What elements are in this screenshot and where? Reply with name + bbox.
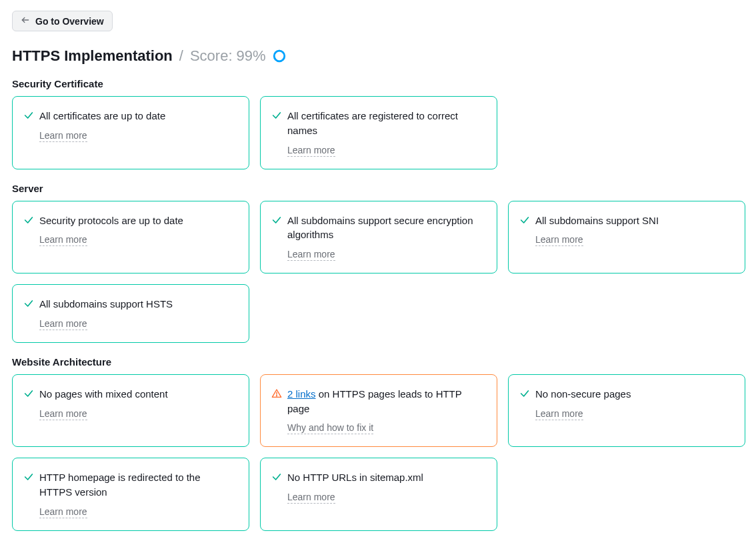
learn-more-link[interactable]: Learn more — [535, 234, 583, 246]
score-donut-icon — [273, 49, 286, 63]
card-no-mixed-content: No pages with mixed content Learn more — [12, 374, 249, 448]
card-no-http-sitemap: No HTTP URLs in sitemap.xml Learn more — [260, 458, 497, 531]
svg-point-4 — [276, 396, 277, 396]
check-icon — [23, 472, 34, 482]
website-architecture-grid: No pages with mixed content Learn more 2… — [12, 374, 744, 531]
why-how-fix-link[interactable]: Why and how to fix it — [287, 422, 373, 434]
section-title-security-certificate: Security Certificate — [12, 78, 744, 89]
card-text: No non-secure pages — [535, 387, 731, 402]
card-text: 2 links on HTTPS pages leads to HTTP pag… — [287, 387, 483, 416]
learn-more-link[interactable]: Learn more — [39, 130, 87, 142]
card-secure-encryption: All subdomains support secure encryption… — [260, 201, 497, 274]
learn-more-link[interactable]: Learn more — [39, 506, 87, 518]
page-title-row: HTTPS Implementation / Score: 99% — [12, 47, 744, 65]
go-to-overview-button[interactable]: Go to Overview — [12, 11, 113, 31]
check-icon — [271, 472, 282, 482]
card-text: HTTP homepage is redirected to the HTTPS… — [39, 470, 235, 500]
check-icon — [519, 388, 530, 399]
card-text: All subdomains support secure encryption… — [287, 213, 483, 243]
card-sni: All subdomains support SNI Learn more — [508, 201, 745, 274]
card-text: All subdomains support HSTS — [39, 297, 235, 312]
section-title-website-architecture: Website Architecture — [12, 356, 744, 368]
learn-more-link[interactable]: Learn more — [535, 408, 583, 420]
card-no-non-secure-pages: No non-secure pages Learn more — [508, 374, 745, 448]
check-icon — [23, 388, 34, 399]
card-http-links-warning: 2 links on HTTPS pages leads to HTTP pag… — [260, 374, 497, 448]
learn-more-link[interactable]: Learn more — [39, 408, 87, 420]
warning-icon — [271, 388, 282, 399]
learn-more-link[interactable]: Learn more — [287, 249, 335, 261]
svg-point-2 — [274, 51, 285, 61]
learn-more-link[interactable]: Learn more — [39, 318, 87, 330]
card-http-redirect: HTTP homepage is redirected to the HTTPS… — [12, 458, 249, 531]
card-hsts: All subdomains support HSTS Learn more — [12, 284, 249, 343]
score-label: Score: 99% — [190, 47, 266, 65]
learn-more-link[interactable]: Learn more — [287, 492, 335, 504]
learn-more-link[interactable]: Learn more — [39, 234, 87, 246]
card-text: Security protocols are up to date — [39, 213, 235, 228]
check-icon — [23, 110, 34, 121]
card-certs-registered-names: All certificates are registered to corre… — [260, 96, 497, 169]
card-security-protocols: Security protocols are up to date Learn … — [12, 201, 249, 274]
check-icon — [271, 110, 282, 121]
page-title: HTTPS Implementation — [12, 47, 173, 65]
card-text: No HTTP URLs in sitemap.xml — [287, 470, 483, 485]
card-certs-up-to-date: All certificates are up to date Learn mo… — [12, 96, 249, 169]
title-separator: / — [179, 47, 183, 65]
security-certificate-grid: All certificates are up to date Learn mo… — [12, 96, 744, 169]
card-text: All certificates are registered to corre… — [287, 109, 483, 138]
card-text: No pages with mixed content — [39, 387, 235, 402]
card-text: All certificates are up to date — [39, 109, 235, 123]
learn-more-link[interactable]: Learn more — [287, 145, 335, 157]
go-to-overview-label: Go to Overview — [35, 16, 104, 27]
server-grid: Security protocols are up to date Learn … — [12, 201, 744, 343]
issue-count-link[interactable]: 2 links — [287, 388, 316, 400]
check-icon — [23, 215, 34, 225]
section-title-server: Server — [12, 183, 744, 194]
arrow-left-icon — [21, 15, 30, 27]
card-text: All subdomains support SNI — [535, 213, 731, 228]
check-icon — [23, 298, 34, 309]
check-icon — [519, 215, 530, 225]
check-icon — [271, 215, 282, 225]
